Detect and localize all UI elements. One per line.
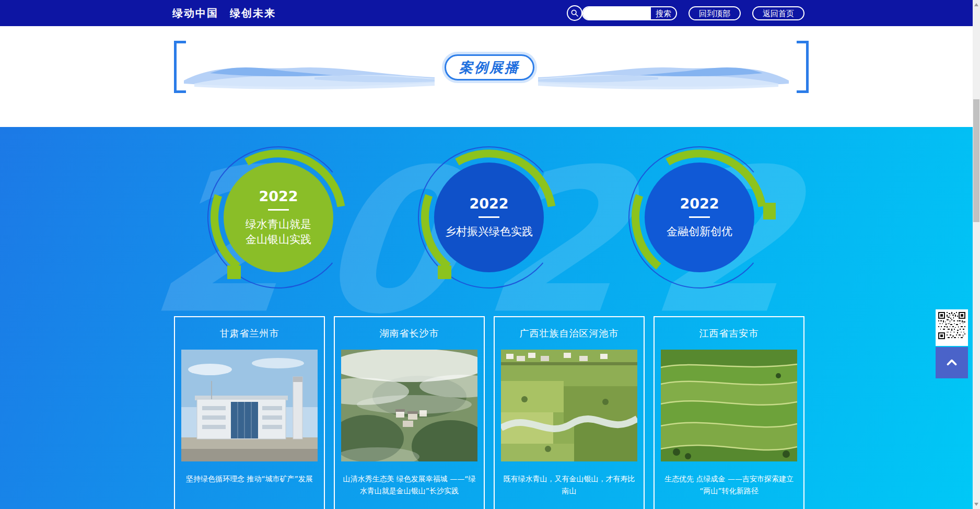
badge-circle: 2022 金融创新创优 bbox=[645, 163, 754, 272]
case-card-changsha[interactable]: 湖南省长沙市 bbox=[334, 316, 485, 509]
card-photo-terraced-fields bbox=[661, 350, 797, 461]
magnifier-glyph bbox=[570, 9, 579, 17]
badge-divider bbox=[689, 216, 710, 218]
scroll-to-top-button[interactable] bbox=[936, 347, 968, 378]
card-photo-farmland-river bbox=[501, 350, 637, 461]
search-button[interactable]: 搜索 bbox=[650, 7, 676, 19]
qr-code-icon bbox=[938, 312, 965, 339]
search-bar: 搜索 bbox=[582, 6, 677, 20]
badge-title-line: 金山银山实践 bbox=[246, 232, 311, 247]
back-to-top-button[interactable]: 回到顶部 bbox=[689, 6, 741, 20]
search-icon[interactable] bbox=[567, 5, 582, 21]
page: 绿动中国 绿创未来 搜索 回到顶部 返回首页 bbox=[0, 0, 973, 509]
card-description: 既有绿水青山，又有金山银山，才有寿比南山 bbox=[501, 473, 637, 497]
scrollbar-up-arrow[interactable] bbox=[974, 3, 978, 6]
badge-divider bbox=[479, 216, 499, 218]
badge-divider bbox=[268, 209, 289, 211]
badge-title-line: 金融创新创优 bbox=[667, 224, 732, 239]
card-city-title: 江西省吉安市 bbox=[655, 317, 803, 350]
case-card-hechi[interactable]: 广西壮族自治区河池市 bbox=[494, 316, 645, 509]
return-home-button[interactable]: 返回首页 bbox=[752, 6, 804, 20]
section-title: 案例展播 bbox=[459, 59, 520, 77]
case-card-lanzhou[interactable]: 甘肃省兰州市 bbox=[174, 316, 325, 509]
site-slogan: 绿动中国 绿创未来 bbox=[172, 0, 276, 26]
qr-code-widget bbox=[936, 309, 968, 346]
vertical-scrollbar[interactable] bbox=[973, 0, 980, 509]
card-city-title: 广西壮族自治区河池市 bbox=[495, 317, 644, 350]
badge-circle: 2022 绿水青山就是 金山银山实践 bbox=[224, 163, 333, 272]
card-city-title: 甘肃省兰州市 bbox=[175, 317, 324, 350]
badge-year: 2022 bbox=[259, 188, 298, 204]
card-description: 山清水秀生态美 绿色发展幸福城 ——“绿水青山就是金山银山”长沙实践 bbox=[341, 473, 477, 497]
top-navigation-bar: 绿动中国 绿创未来 搜索 回到顶部 返回首页 bbox=[0, 0, 973, 26]
section-title-banner: 案例展播 bbox=[0, 26, 973, 127]
case-card-row: 甘肃省兰州市 bbox=[174, 316, 806, 509]
card-photo-industrial-building bbox=[181, 350, 318, 461]
mountain-decoration-left bbox=[184, 46, 435, 103]
badge-circle: 2022 乡村振兴绿色实践 bbox=[434, 163, 544, 272]
scrollbar-thumb[interactable] bbox=[973, 99, 979, 222]
card-description: 生态优先 点绿成金 ——吉安市探索建立“两山”转化新路径 bbox=[661, 473, 797, 497]
year-badge-green[interactable]: 2022 绿水青山就是 金山银山实践 bbox=[200, 139, 357, 296]
right-corner-bracket bbox=[797, 41, 809, 93]
card-photo-misty-village bbox=[341, 350, 477, 461]
section-title-pill: 案例展播 bbox=[445, 54, 534, 80]
card-description: 坚持绿色循环理念 推动“城市矿产”发展 bbox=[181, 473, 318, 485]
search-input[interactable] bbox=[583, 7, 650, 19]
year-badge-rural[interactable]: 2022 乡村振兴绿色实践 bbox=[411, 139, 567, 296]
badge-title-line: 乡村振兴绿色实践 bbox=[445, 224, 533, 239]
mountain-decoration-right bbox=[538, 46, 789, 103]
scrollbar-down-arrow[interactable] bbox=[974, 503, 978, 506]
case-showcase-section: 2022 2022 绿水青山就是 金山银山实践 bbox=[0, 127, 973, 509]
badge-title-line: 绿水青山就是 bbox=[246, 217, 311, 232]
case-card-jian[interactable]: 江西省吉安市 bbox=[654, 316, 804, 509]
chevron-up-icon bbox=[945, 356, 959, 369]
badge-year: 2022 bbox=[680, 195, 719, 212]
year-badge-finance[interactable]: 2022 金融创新创优 bbox=[621, 139, 778, 296]
badge-year: 2022 bbox=[469, 195, 508, 212]
card-city-title: 湖南省长沙市 bbox=[335, 317, 484, 350]
